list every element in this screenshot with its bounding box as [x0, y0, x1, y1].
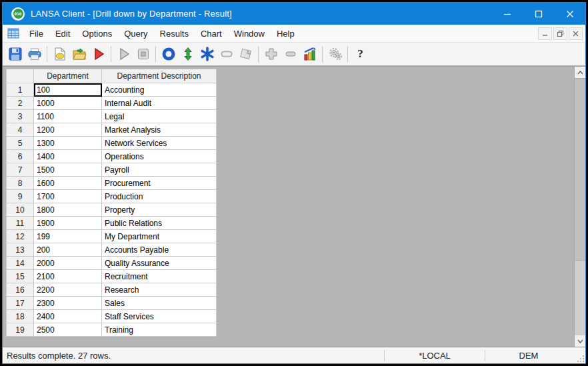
row-number-cell[interactable]: 17	[7, 297, 34, 310]
mdi-restore-button[interactable]	[553, 27, 567, 40]
description-cell[interactable]: Operations	[102, 150, 217, 163]
table-row[interactable]: 9 1700 Production	[7, 190, 217, 203]
settings-button[interactable]	[325, 45, 345, 63]
department-cell[interactable]: 1700	[34, 190, 102, 203]
row-number-cell[interactable]: 19	[7, 323, 34, 337]
remove-button[interactable]	[281, 45, 300, 63]
menu-item[interactable]: Query	[118, 25, 153, 42]
menu-item[interactable]: Chart	[195, 25, 228, 42]
row-number-cell[interactable]: 13	[7, 243, 34, 257]
table-row[interactable]: 5 1300 Network Services	[7, 137, 217, 150]
menu-item[interactable]: Help	[271, 25, 301, 42]
description-cell[interactable]: Staff Services	[102, 310, 217, 323]
row-number-cell[interactable]: 4	[7, 123, 34, 137]
add-button[interactable]	[261, 45, 281, 63]
table-row[interactable]: 2 1000 Internal Audit	[7, 97, 217, 110]
row-number-cell[interactable]: 9	[7, 190, 34, 203]
department-cell[interactable]: 1900	[34, 217, 102, 230]
description-cell[interactable]: Procurement	[102, 177, 217, 190]
description-cell[interactable]: Production	[102, 190, 217, 203]
row-number-cell[interactable]: 5	[7, 137, 34, 150]
row-number-cell[interactable]: 15	[7, 270, 34, 283]
band-button[interactable]	[217, 45, 236, 63]
menu-item[interactable]: Edit	[49, 25, 76, 42]
row-number-header[interactable]	[7, 69, 34, 83]
row-number-cell[interactable]: 7	[7, 163, 34, 177]
run-query-button[interactable]	[89, 45, 108, 63]
department-cell[interactable]: 2200	[34, 283, 102, 297]
department-cell[interactable]: 2000	[34, 257, 102, 270]
department-cell[interactable]: 200	[34, 243, 102, 257]
department-cell[interactable]: 1600	[34, 177, 102, 190]
department-cell[interactable]: 1800	[34, 203, 102, 217]
description-cell[interactable]: Recruitment	[102, 270, 217, 283]
menu-item[interactable]: Window	[228, 25, 271, 42]
maximize-button[interactable]	[523, 3, 554, 25]
table-row[interactable]: 4 1200 Market Analysis	[7, 123, 217, 137]
table-row[interactable]: 19 2500 Training	[7, 323, 217, 337]
scrollbar-thumb[interactable]	[575, 78, 585, 261]
department-cell[interactable]: 2400	[34, 310, 102, 323]
department-cell[interactable]: 1100	[34, 110, 102, 123]
department-cell[interactable]: 1000	[34, 97, 102, 110]
table-row[interactable]: 6 1400 Operations	[7, 150, 217, 163]
department-cell[interactable]: 2500	[34, 323, 102, 337]
expand-button[interactable]	[178, 45, 197, 63]
department-cell[interactable]: 199	[34, 230, 102, 243]
row-number-cell[interactable]: 1	[7, 83, 34, 97]
close-button[interactable]	[554, 3, 585, 25]
department-cell[interactable]: 1200	[34, 123, 102, 137]
chart-button[interactable]	[300, 45, 319, 63]
department-cell[interactable]: 100	[34, 83, 102, 97]
description-cell[interactable]: Property	[102, 203, 217, 217]
row-number-cell[interactable]: 12	[7, 230, 34, 243]
table-row[interactable]: 14 2000 Quality Assurance	[7, 257, 217, 270]
table-row[interactable]: 16 2200 Research	[7, 283, 217, 297]
table-row[interactable]: 3 1100 Legal	[7, 110, 217, 123]
table-row[interactable]: 13 200 Accounts Payable	[7, 243, 217, 257]
report-button[interactable]	[236, 45, 255, 63]
description-cell[interactable]: Public Relations	[102, 217, 217, 230]
description-cell[interactable]: Training	[102, 323, 217, 337]
table-row[interactable]: 10 1800 Property	[7, 203, 217, 217]
vertical-scrollbar[interactable]	[574, 67, 585, 347]
mdi-close-button[interactable]	[569, 27, 583, 40]
description-cell[interactable]: Accounting	[102, 83, 217, 97]
department-cell[interactable]: 1500	[34, 163, 102, 177]
description-cell[interactable]: Network Services	[102, 137, 217, 150]
stop-button[interactable]	[133, 45, 153, 63]
description-cell[interactable]: Payroll	[102, 163, 217, 177]
resize-grip[interactable]	[572, 347, 585, 363]
table-row[interactable]: 12 199 My Department	[7, 230, 217, 243]
description-cell[interactable]: Internal Audit	[102, 97, 217, 110]
row-number-cell[interactable]: 2	[7, 97, 34, 110]
print-button[interactable]	[25, 45, 44, 63]
department-column-header[interactable]: Department	[34, 69, 102, 83]
new-query-button[interactable]	[50, 45, 69, 63]
minimize-button[interactable]	[491, 3, 523, 25]
row-number-cell[interactable]: 10	[7, 203, 34, 217]
row-number-cell[interactable]: 6	[7, 150, 34, 163]
menu-item[interactable]: Results	[154, 25, 195, 42]
table-row[interactable]: 17 2300 Sales	[7, 297, 217, 310]
row-number-cell[interactable]: 16	[7, 283, 34, 297]
save-button[interactable]	[5, 45, 25, 63]
menu-item[interactable]: Options	[76, 25, 118, 42]
table-row[interactable]: 1 100 Accounting	[7, 83, 217, 97]
asterisk-button[interactable]	[197, 45, 217, 63]
description-column-header[interactable]: Department Description	[102, 69, 217, 83]
open-query-button[interactable]	[69, 45, 89, 63]
document-grid-icon[interactable]	[7, 28, 19, 39]
department-cell[interactable]: 2100	[34, 270, 102, 283]
row-number-cell[interactable]: 8	[7, 177, 34, 190]
description-cell[interactable]: Market Analysis	[102, 123, 217, 137]
continue-button[interactable]	[114, 45, 133, 63]
scroll-up-button[interactable]	[575, 67, 585, 78]
scroll-down-button[interactable]	[575, 335, 585, 347]
description-cell[interactable]: My Department	[102, 230, 217, 243]
table-row[interactable]: 18 2400 Staff Services	[7, 310, 217, 323]
table-row[interactable]: 8 1600 Procurement	[7, 177, 217, 190]
row-number-cell[interactable]: 3	[7, 110, 34, 123]
help-button[interactable]: ?	[351, 45, 370, 63]
mdi-minimize-button[interactable]	[538, 27, 552, 40]
